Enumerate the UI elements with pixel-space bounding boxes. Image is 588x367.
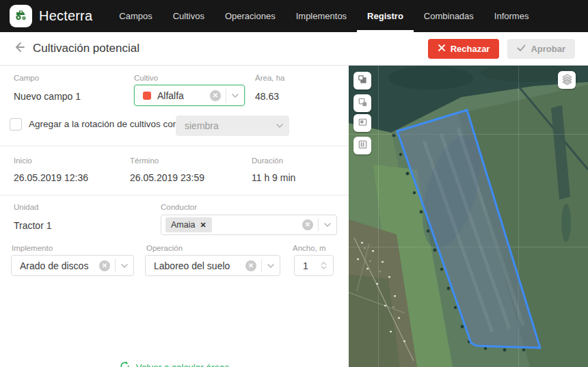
nav-item-combinadas[interactable]: Combinadas xyxy=(414,0,484,32)
reject-label: Rechazar xyxy=(451,44,490,54)
operation-form: Campo Nuevo campo 1 Cultivo Alfalfa ✕ Ár… xyxy=(0,66,349,367)
conductor-tag-label: Amaia xyxy=(171,220,195,230)
conductor-label: Conductor xyxy=(161,203,197,211)
ancho-value: 1 xyxy=(303,260,308,271)
chevron-down-icon xyxy=(271,124,289,128)
implemento-clear-icon[interactable]: ✕ xyxy=(99,260,110,271)
check-icon xyxy=(517,44,526,54)
rotation-type-select[interactable]: siembra xyxy=(176,115,289,136)
reject-button[interactable]: Rechazar xyxy=(428,39,500,59)
duracion-value: 11 h 9 min xyxy=(252,172,295,183)
field-shape-tool-icon xyxy=(358,74,368,87)
operacion-label: Operación xyxy=(146,244,183,252)
page-title: Cultivación potencial xyxy=(33,42,139,55)
nav-item-operaciones[interactable]: Operaciones xyxy=(215,0,286,32)
conductor-select[interactable]: Amaia ✕ ✕ xyxy=(161,215,337,235)
map-tool-selected-area-button[interactable] xyxy=(353,114,371,132)
map-layers-button[interactable] xyxy=(558,71,576,89)
conductor-clear-icon[interactable]: ✕ xyxy=(302,219,313,230)
nav-item-implementos[interactable]: Implementos xyxy=(286,0,357,32)
cultivo-select[interactable]: Alfalfa ✕ xyxy=(134,85,245,106)
map-tool-rows-button[interactable] xyxy=(353,137,371,154)
map-tool-field-shape-button[interactable] xyxy=(353,72,371,90)
duracion-label: Duración xyxy=(252,157,283,165)
arrow-left-icon xyxy=(12,40,26,57)
recalculate-areas-link[interactable]: Volver a calcular áreas xyxy=(0,361,349,367)
layers-icon xyxy=(561,73,573,87)
hecterra-logo[interactable] xyxy=(10,5,32,27)
rotation-type-value: siembra xyxy=(185,120,219,131)
hecterra-app: Hecterra Campos Cultivos Operaciones Imp… xyxy=(0,0,588,367)
operacion-clear-icon[interactable]: ✕ xyxy=(245,260,256,271)
divider xyxy=(0,146,349,146)
selected-area-tool-icon xyxy=(358,117,368,130)
conductor-tag: Amaia ✕ xyxy=(165,217,212,232)
divider xyxy=(0,195,349,195)
implemento-label: Implemento xyxy=(12,244,53,252)
crop-color-dot xyxy=(143,92,151,100)
inicio-value: 26.05.2019 12:36 xyxy=(14,172,88,183)
termino-label: Término xyxy=(130,157,159,165)
top-navigation-bar: Hecterra Campos Cultivos Operaciones Imp… xyxy=(0,0,588,32)
rotation-checkbox[interactable] xyxy=(10,118,22,131)
recalculate-label: Volver a calcular áreas xyxy=(136,362,230,367)
chevron-down-icon[interactable] xyxy=(226,94,244,98)
nav-item-registro[interactable]: Registro xyxy=(357,0,414,32)
area-label: Área, ha xyxy=(255,74,284,82)
termino-value: 26.05.2019 23:59 xyxy=(130,172,204,183)
approve-button[interactable]: Aprobar xyxy=(507,39,575,59)
inicio-label: Inicio xyxy=(14,157,32,165)
chevron-down-icon[interactable] xyxy=(262,264,280,268)
operacion-select[interactable]: Laboreo del suelo ✕ xyxy=(145,255,280,276)
map-terrain xyxy=(349,66,588,367)
approve-label: Aprobar xyxy=(531,44,565,54)
nav-item-cultivos[interactable]: Cultivos xyxy=(163,0,215,32)
main-nav: Campos Cultivos Operaciones Implementos … xyxy=(109,0,539,32)
cultivo-clear-icon[interactable]: ✕ xyxy=(210,90,221,101)
operacion-value: Laboreo del suelo xyxy=(154,260,230,271)
area-value: 48.63 xyxy=(255,91,279,102)
ancho-stepper[interactable]: 1 xyxy=(294,255,334,276)
chevron-down-icon[interactable] xyxy=(319,223,336,227)
chevron-down-icon xyxy=(321,266,327,269)
unidad-label: Unidad xyxy=(14,203,38,211)
satellite-map[interactable] xyxy=(349,66,588,367)
implemento-value: Arado de discos xyxy=(20,260,88,271)
brand-title: Hecterra xyxy=(39,8,92,24)
map-tool-overlap-fields-button[interactable] xyxy=(353,94,371,112)
unidad-value: Tractor 1 xyxy=(14,220,52,231)
refresh-icon xyxy=(120,361,130,367)
page-header: Cultivación potencial Rechazar Aprobar xyxy=(0,32,588,66)
ancho-label: Ancho, m xyxy=(293,244,326,252)
back-button[interactable] xyxy=(10,39,29,58)
cultivo-label: Cultivo xyxy=(134,74,158,82)
nav-item-informes[interactable]: Informes xyxy=(484,0,539,32)
stepper-arrows[interactable] xyxy=(321,262,327,269)
tag-remove-icon[interactable]: ✕ xyxy=(200,221,206,230)
chevron-up-icon xyxy=(321,262,327,265)
chevron-down-icon[interactable] xyxy=(116,264,133,268)
campo-label: Campo xyxy=(14,74,39,82)
rotation-label: Agregar a la rotación de cultivos como xyxy=(29,119,186,129)
implemento-select[interactable]: Arado de discos ✕ xyxy=(11,255,134,276)
campo-value: Nuevo campo 1 xyxy=(14,91,81,102)
header-actions: Rechazar Aprobar xyxy=(428,39,575,59)
overlap-fields-tool-icon xyxy=(358,97,368,110)
rows-tool-icon xyxy=(358,139,368,152)
nav-item-campos[interactable]: Campos xyxy=(109,0,162,32)
cultivo-value: Alfalfa xyxy=(157,90,184,101)
tractor-icon xyxy=(14,8,29,25)
x-icon xyxy=(438,44,446,54)
